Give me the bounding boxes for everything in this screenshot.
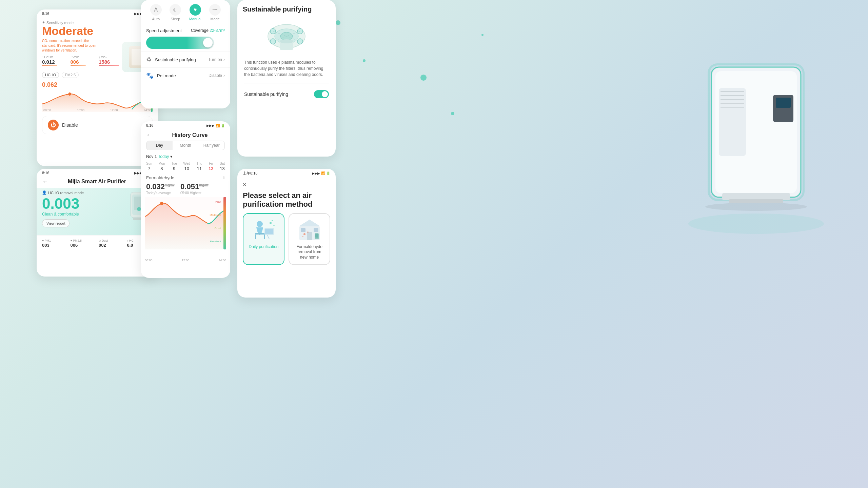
history-header: ← History Curve [141,128,230,141]
pm25-bottom-value: 006 [71,243,96,248]
svg-rect-5 [776,98,791,108]
chart-current-value: 0.062 [42,81,57,88]
fm-stats: 0.032mg/m³ Today's average 0.051mg/m³ 05… [141,181,230,197]
pet-mode-row[interactable]: 🐾 Pet mode Disable › [141,67,230,83]
card3-title: Sustainable purifying [237,0,336,16]
mode-custom[interactable]: 〜 Mode [209,4,221,21]
sustain-chevron-icon: › [223,57,225,62]
close-button[interactable]: × [243,181,246,188]
today-label: Today [158,154,169,159]
svg-text:Peak: Peak [215,201,221,204]
svg-point-55 [272,220,273,221]
voc-bar [71,65,86,66]
air-quality-level: Moderate [42,25,153,37]
card6-title: Please select an air purification method [237,191,336,213]
svg-point-17 [68,93,71,96]
mode-label: Mode [210,17,220,21]
fm-stat-avg: 0.032mg/m³ Today's average [146,182,175,195]
day-sun: Sun 7 [146,162,152,171]
tab-day[interactable]: Day [146,141,173,150]
history-curve-card: 8:16 ▶▶▶ 📶 🔋 ← History Curve Day Month H… [141,121,230,278]
daily-purification-option[interactable]: Daily purification [243,213,284,265]
battery-icon-card5: 🔋 [221,124,225,127]
sustain-icon: ♻ [146,56,152,63]
coverage-text: Coverage 22-37m² [191,28,225,33]
dropdown-icon[interactable]: ▾ [170,154,172,159]
disable-button[interactable]: ⏻ Disable [42,116,153,134]
tab-hcho[interactable]: HCHO [42,72,59,78]
week-days: Sun 7 Mon 8 Tue 9 Wed 10 Thu 11 Fri 12 S… [141,162,230,173]
fm-avg-label: Today's average [146,191,175,195]
daily-purif-illustration [250,218,277,242]
sleep-icon: ☾ [170,4,181,16]
card4-title: Mijia Smart Air Purifier [68,179,126,185]
sustain-action[interactable]: Turn on › [208,57,225,62]
mijia-purifier-card: 8:16 ▶▶▶ 📶 🔋 ← Mijia Smart Air Purifier … [37,169,158,277]
metrics-bottom: ● PM1 003 ● PM2.5 006 ◇ Dust 002 ↑ HC 0.… [37,235,158,251]
hcho-value: 0.012 [42,59,68,65]
dust-icon: ◇ [99,239,101,242]
svg-rect-48 [255,235,256,239]
sleep-label: Sleep [171,17,180,21]
signal-icon-card5: ▶▶▶ [206,124,215,127]
fm-high-label: 05:00 Highest [180,191,209,195]
day-fri[interactable]: Fri 12 [209,162,213,171]
svg-point-0 [688,214,824,234]
back-button-card4[interactable]: ← [42,178,48,185]
day-tue: Tue 9 [171,162,177,171]
chart-tabs: HCHO PM2.5 [42,72,79,78]
metric-co2: ↑CO₂ 1586 [99,56,124,66]
tab-halfyear[interactable]: Half year [198,141,224,150]
mode-tabs: A Auto ☾ Sleep ♥ Manual 〜 Mode [141,0,230,24]
power-icon: ⏻ [48,120,59,130]
mode-sleep[interactable]: ☾ Sleep [170,4,181,21]
svg-rect-41 [223,197,226,249]
battery-icon-card6: 🔋 [326,171,330,175]
time-card1: 8:16 [42,12,49,16]
svg-rect-59 [301,228,305,232]
manual-icon: ♥ [190,4,201,16]
speed-toggle[interactable] [146,37,214,49]
day-mon: Mon 8 [158,162,165,171]
formaldehyde-label: Formaldehyde ℹ [141,173,230,181]
metric-voc: ↑VOC 006 [71,56,96,66]
chart-svg [42,88,153,112]
hcho-up-icon: ↑ [42,56,44,59]
pet-action[interactable]: Disable › [209,73,225,78]
formaldehyde-removal-option[interactable]: Formaldehyde removal from new home [289,213,330,265]
sustain-toggle-switch[interactable] [314,90,329,98]
tab-month[interactable]: Month [173,141,199,150]
mode-auto[interactable]: A Auto [150,4,162,21]
bg-dot-4 [451,112,454,115]
svg-rect-58 [307,232,312,240]
day-thu: Thu 11 [196,162,202,171]
tab-pm25[interactable]: PM2.5 [62,72,79,78]
metric-pm1: ● PM1 003 [42,239,68,248]
pet-chevron-icon: › [223,73,225,78]
metric-hcho: ↑HCHO 0.012 [42,56,68,66]
speed-mode-card: A Auto ☾ Sleep ♥ Manual 〜 Mode Speed adj… [141,0,230,108]
card4-header: ← Mijia Smart Air Purifier ⋮ [37,176,158,188]
background-purifier [671,41,841,244]
air-purification-selection-card: 上午8:16 ▶▶▶ 📶 🔋 × Please select an air pu… [237,169,336,298]
day-sat: Sat 13 [220,162,225,171]
co2-value: 1586 [99,59,124,65]
card3-description: This function uses 4 plasma modules to c… [237,57,336,80]
svg-text:Moderate: Moderate [210,214,221,217]
card3-divider [244,83,329,83]
sustainable-purifying-row[interactable]: ♻ Sustainable purifying Turn on › [141,52,230,67]
mode-manual[interactable]: ♥ Manual [189,4,201,21]
svg-point-64 [307,231,309,233]
svg-marker-57 [299,220,320,226]
time-card4: 8:16 [42,171,49,175]
back-button-card5[interactable]: ← [146,131,152,139]
hcho-mode-icon: 👤 [42,190,47,195]
mode-custom-icon: 〜 [209,4,221,16]
date-label: Nov 1 [146,154,157,159]
air-quality-card: 8:16 ▶▶▶ 📶 🔋 ✦ Sensitivity mode Moderate… [37,9,158,166]
fm-high-value: 0.051mg/m³ [180,182,209,191]
disable-label: Disable [62,122,78,128]
sustain-name: Sustainable purifying [155,57,196,62]
view-report-button[interactable]: View report [42,219,70,227]
chart-area: HCHO PM2.5 › 0.062 [37,69,158,113]
